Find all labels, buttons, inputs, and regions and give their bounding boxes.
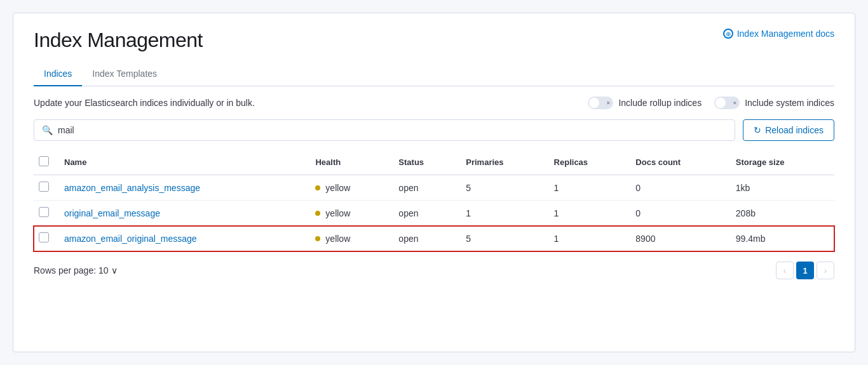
row-health: yellow <box>308 175 391 201</box>
system-toggle[interactable]: ✕ <box>714 96 740 109</box>
row-primaries: 1 <box>458 201 546 226</box>
table-body: amazon_email_analysis_message yellow ope… <box>34 175 834 251</box>
table-row: amazon_email_original_message yellow ope… <box>34 226 834 251</box>
index-name-link[interactable]: original_email_message <box>64 208 160 218</box>
rows-per-page-dropdown[interactable]: 10 ∨ <box>98 265 118 275</box>
toolbar-row: Update your Elasticsearch indices indivi… <box>34 96 834 109</box>
row-replicas: 1 <box>546 201 628 226</box>
health-dot <box>315 211 320 216</box>
row-status: open <box>391 226 458 251</box>
tabs-container: Indices Index Templates <box>34 62 834 86</box>
th-name: Name <box>57 151 308 175</box>
health-dot <box>315 236 320 241</box>
rollup-knob <box>589 98 599 108</box>
reload-icon: ↻ <box>754 125 761 135</box>
th-storage-size: Storage size <box>728 151 834 175</box>
docs-link[interactable]: ⊕ Index Management docs <box>723 29 834 39</box>
rollup-toggle-label: Include rollup indices <box>618 98 702 108</box>
reload-button[interactable]: ↻ Reload indices <box>743 119 834 141</box>
row-checkbox-cell <box>34 201 57 226</box>
table-row: amazon_email_analysis_message yellow ope… <box>34 175 834 201</box>
row-checkbox-cell <box>34 175 57 201</box>
tab-indices[interactable]: Indices <box>34 62 82 86</box>
rollup-toggle-group: ✕ Include rollup indices <box>588 96 702 109</box>
row-name: original_email_message <box>57 201 308 226</box>
pagination-next[interactable]: › <box>817 262 834 279</box>
rollup-toggle[interactable]: ✕ <box>588 96 613 109</box>
row-primaries: 5 <box>458 175 546 201</box>
search-input[interactable] <box>58 125 727 135</box>
system-toggle-group: ✕ Include system indices <box>714 96 834 109</box>
pagination-current[interactable]: 1 <box>796 262 814 279</box>
row-status: open <box>391 201 458 226</box>
index-name-link[interactable]: amazon_email_analysis_message <box>64 183 200 193</box>
rows-per-page-chevron: ∨ <box>111 265 118 275</box>
row-status: open <box>391 175 458 201</box>
search-icon: 🔍 <box>42 125 53 135</box>
toggles-container: ✕ Include rollup indices ✕ Include syste… <box>588 96 834 109</box>
th-checkbox <box>34 151 57 175</box>
description-text: Update your Elasticsearch indices indivi… <box>34 98 255 108</box>
page-wrapper: Index Management ⊕ Index Management docs… <box>13 13 855 352</box>
row-checkbox[interactable] <box>39 232 49 242</box>
th-status: Status <box>391 151 458 175</box>
reload-label: Reload indices <box>765 125 824 135</box>
row-storage-size: 1kb <box>728 175 834 201</box>
rows-per-page-value: 10 <box>98 265 109 275</box>
pagination-prev[interactable]: ‹ <box>776 262 794 279</box>
row-storage-size: 208b <box>728 201 834 226</box>
row-docs-count: 8900 <box>628 226 728 251</box>
docs-link-label: Index Management docs <box>737 29 834 39</box>
system-x-icon: ✕ <box>733 100 737 106</box>
indices-table: Name Health Status Primaries Replicas Do… <box>34 151 834 251</box>
search-box: 🔍 <box>34 119 735 141</box>
system-knob <box>715 98 726 108</box>
select-all-checkbox[interactable] <box>39 156 49 166</box>
row-health: yellow <box>308 201 391 226</box>
table-header: Name Health Status Primaries Replicas Do… <box>34 151 834 175</box>
pagination-controls: ‹ 1 › <box>776 262 834 279</box>
row-primaries: 5 <box>458 226 546 251</box>
index-name-link[interactable]: amazon_email_original_message <box>64 234 197 244</box>
health-value: yellow <box>325 208 350 218</box>
th-primaries: Primaries <box>458 151 546 175</box>
health-value: yellow <box>325 183 350 193</box>
system-toggle-label: Include system indices <box>745 98 834 108</box>
search-reload-row: 🔍 ↻ Reload indices <box>34 119 834 141</box>
th-docs-count: Docs count <box>628 151 728 175</box>
page-header: Index Management ⊕ Index Management docs <box>34 29 834 52</box>
row-replicas: 1 <box>546 226 628 251</box>
rows-per-page-control: Rows per page: 10 ∨ <box>34 265 118 275</box>
row-docs-count: 0 <box>628 175 728 201</box>
row-docs-count: 0 <box>628 201 728 226</box>
row-replicas: 1 <box>546 175 628 201</box>
health-value: yellow <box>325 234 350 244</box>
row-checkbox[interactable] <box>39 207 49 217</box>
docs-link-icon: ⊕ <box>723 29 733 39</box>
table-row: original_email_message yellow open 1 1 0… <box>34 201 834 226</box>
page-title: Index Management <box>34 29 203 52</box>
row-name: amazon_email_analysis_message <box>57 175 308 201</box>
tab-index-templates[interactable]: Index Templates <box>82 62 167 86</box>
row-health: yellow <box>308 226 391 251</box>
row-checkbox-cell <box>34 226 57 251</box>
row-storage-size: 99.4mb <box>728 226 834 251</box>
rollup-x-icon: ✕ <box>606 100 611 106</box>
th-health: Health <box>308 151 391 175</box>
rows-per-page-label: Rows per page: <box>34 265 96 275</box>
th-replicas: Replicas <box>546 151 628 175</box>
health-dot <box>315 185 320 190</box>
footer-row: Rows per page: 10 ∨ ‹ 1 › <box>34 262 834 279</box>
row-name: amazon_email_original_message <box>57 226 308 251</box>
row-checkbox[interactable] <box>39 182 49 192</box>
